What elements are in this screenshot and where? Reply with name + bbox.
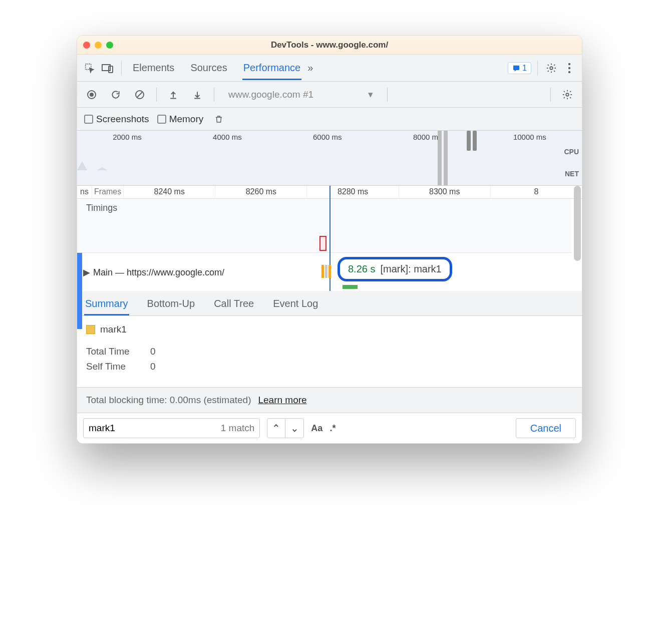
more-tabs-chevron-icon[interactable]: »: [304, 62, 316, 74]
total-time-value: 0: [150, 346, 156, 357]
record-button[interactable]: [84, 87, 99, 102]
overview-row-labels: CPU NET: [564, 148, 579, 192]
search-field-container: 1 match: [83, 418, 260, 438]
net-label: NET: [564, 170, 579, 178]
titlebar: DevTools - www.google.com/: [77, 36, 582, 55]
devtools-window: DevTools - www.google.com/ Elements Sour…: [77, 35, 582, 444]
blocking-text: Total blocking time: 0.00ms (estimated): [86, 395, 251, 406]
timings-track-label: Timings: [86, 203, 117, 213]
tab-event-log[interactable]: Event Log: [272, 292, 319, 315]
upload-icon[interactable]: [166, 87, 181, 102]
task-chip: [343, 285, 358, 289]
blocking-time-bar: Total blocking time: 0.00ms (estimated) …: [77, 387, 582, 413]
tab-sources[interactable]: Sources: [189, 56, 228, 80]
summary-panel: mark1 Total Time0 Self Time0: [77, 316, 582, 387]
tab-call-tree[interactable]: Call Tree: [213, 292, 255, 315]
overview-timeline[interactable]: 2000 ms 4000 ms 6000 ms 8000 ms 10000 ms…: [77, 131, 582, 186]
perf-settings-gear-icon[interactable]: [560, 87, 575, 102]
svg-point-6: [568, 67, 570, 69]
overview-ticks: 2000 ms 4000 ms 6000 ms 8000 ms 10000 ms: [77, 133, 582, 141]
mark-time: 8.26 s: [348, 263, 375, 275]
mark-tooltip: 8.26 s [mark]: mark1: [338, 257, 452, 281]
search-input[interactable]: [89, 423, 217, 434]
mark-label: [mark]: mark1: [380, 263, 441, 275]
tab-bottom-up[interactable]: Bottom-Up: [146, 292, 196, 315]
svg-point-12: [566, 93, 569, 96]
match-count: 1 match: [221, 423, 255, 434]
main-flame-bars: [321, 265, 331, 278]
svg-point-7: [568, 71, 570, 73]
device-toggle-icon[interactable]: [100, 61, 115, 76]
download-icon[interactable]: [190, 87, 205, 102]
search-bar: 1 match ⌃ ⌄ Aa .* Cancel: [77, 413, 582, 443]
main-tabbar: Elements Sources Performance » 1: [77, 55, 582, 82]
garbage-collect-icon[interactable]: [211, 112, 226, 127]
tab-performance[interactable]: Performance: [242, 56, 302, 80]
selected-event: mark1: [86, 324, 573, 335]
issues-count: 1: [522, 64, 527, 73]
overview-marker: [444, 131, 448, 185]
svg-point-9: [90, 93, 94, 97]
next-match-button[interactable]: ⌄: [285, 419, 303, 438]
prev-match-button[interactable]: ⌃: [267, 419, 285, 438]
event-color-swatch: [86, 325, 95, 334]
memory-checkbox[interactable]: Memory: [157, 114, 204, 125]
svg-line-11: [137, 92, 142, 97]
svg-point-5: [568, 63, 570, 65]
tab-summary[interactable]: Summary: [84, 292, 129, 315]
case-sensitive-toggle[interactable]: Aa: [311, 423, 322, 434]
learn-more-link[interactable]: Learn more: [258, 395, 306, 406]
issues-badge[interactable]: 1: [508, 62, 531, 74]
svg-point-4: [550, 67, 553, 70]
perf-toolbar: www.google.com #1 ▾: [77, 82, 582, 108]
svg-rect-3: [513, 65, 519, 70]
inspect-icon[interactable]: [82, 61, 97, 76]
flame-chart-area[interactable]: ns Frames 8240 ms 8260 ms 8280 ms 8300 m…: [77, 186, 582, 291]
event-name: mark1: [100, 324, 127, 335]
settings-gear-icon[interactable]: [544, 61, 559, 76]
tab-elements[interactable]: Elements: [132, 56, 175, 80]
reload-button[interactable]: [108, 87, 123, 102]
screenshots-checkbox[interactable]: Screenshots: [84, 114, 149, 125]
dropdown-caret-icon: ▾: [368, 89, 373, 100]
regex-toggle[interactable]: .*: [330, 423, 336, 434]
cpu-overview-graph: [77, 155, 177, 170]
kebab-menu-icon[interactable]: [562, 61, 577, 76]
total-time-label: Total Time: [86, 346, 141, 357]
session-name: www.google.com #1: [228, 89, 313, 100]
timing-marker-block[interactable]: [319, 236, 326, 251]
capture-options-row: Screenshots Memory: [77, 108, 582, 131]
self-time-value: 0: [150, 361, 156, 372]
window-title: DevTools - www.google.com/: [77, 40, 582, 50]
self-time-label: Self Time: [86, 361, 141, 372]
clear-button[interactable]: [132, 87, 147, 102]
overview-marker: [438, 131, 442, 185]
search-nav-buttons: ⌃ ⌄: [267, 418, 304, 438]
panel-tabs: Elements Sources Performance: [132, 56, 301, 80]
expand-triangle-icon[interactable]: ▶: [83, 267, 90, 278]
tracks-scrollbar[interactable]: [574, 186, 581, 261]
main-thread-label: Main — https://www.google.com/: [93, 267, 224, 278]
frames-label: Frames: [92, 186, 123, 198]
overview-window-handle[interactable]: [467, 131, 480, 151]
cancel-button[interactable]: Cancel: [516, 418, 576, 438]
session-dropdown[interactable]: www.google.com #1 ▾: [223, 89, 378, 100]
cpu-label: CPU: [564, 148, 579, 156]
time-unit-label: ns: [77, 186, 92, 198]
detail-tabs: Summary Bottom-Up Call Tree Event Log: [77, 291, 582, 316]
